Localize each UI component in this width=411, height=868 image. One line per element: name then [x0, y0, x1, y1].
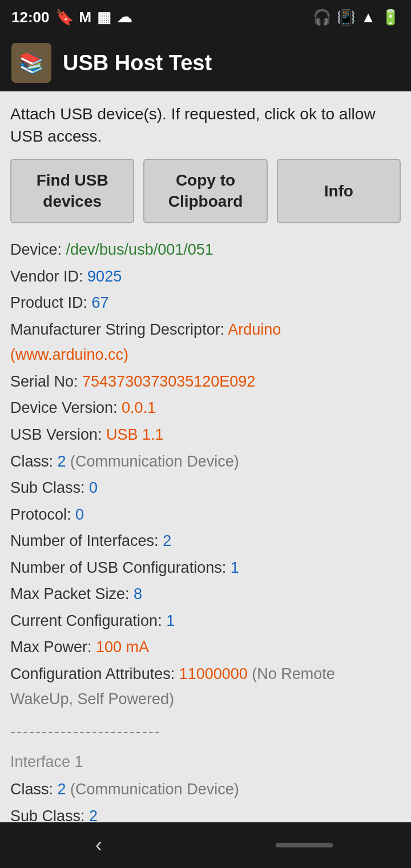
vendor-id-line: Vendor ID: 9025 [10, 264, 401, 290]
iface1-class: 2 [58, 781, 66, 798]
app-icon-emoji: 📚 [19, 51, 45, 75]
battery-icon: 🔋 [381, 9, 400, 26]
iface1-class-label: (Communication Device) [66, 781, 239, 798]
serial-line: Serial No: 7543730373035120E092 [10, 369, 401, 395]
protocol-val: 0 [75, 506, 84, 523]
iface1-class-line: Class: 2 (Communication Device) [10, 777, 401, 802]
copy-clipboard-button[interactable]: Copy toClipboard [143, 159, 267, 223]
current-config: 1 [166, 612, 175, 629]
headphone-icon: 🎧 [313, 9, 331, 26]
num-interfaces-line: Number of Interfaces: 2 [10, 528, 401, 554]
device-version: 0.0.1 [122, 399, 156, 416]
sub-class-line: Sub Class: 0 [10, 475, 401, 501]
device-path: /dev/bus/usb/001/051 [66, 241, 213, 258]
bottom-nav: ‹ [0, 822, 411, 868]
serial-no: 7543730373035120E092 [82, 373, 255, 390]
class-val: 2 [58, 453, 66, 470]
manufacturer-line: Manufacturer String Descriptor: Arduino … [10, 317, 401, 368]
instruction-text: Attach USB device(s). If requested, clic… [10, 103, 401, 147]
calendar-icon: ▦ [97, 9, 111, 26]
protocol-line: Protocol: 0 [10, 502, 401, 528]
config-attribs: 11000000 [179, 665, 248, 682]
product-id: 67 [92, 294, 109, 311]
usb-version: USB 1.1 [106, 426, 164, 443]
separator1: ------------------------ [10, 719, 401, 745]
app-icon: 📚 [11, 43, 51, 83]
sub-class: 0 [89, 479, 98, 496]
num-configs: 1 [231, 559, 239, 576]
button-row: Find USBdevices Copy toClipboard Info [10, 159, 401, 223]
app-header: 📚 USB Host Test [0, 34, 411, 91]
device-line: Device: /dev/bus/usb/001/051 [10, 237, 401, 263]
time-display: 12:00 [11, 9, 50, 26]
app-title: USB Host Test [63, 51, 212, 75]
home-indicator[interactable] [276, 843, 333, 847]
info-button[interactable]: Info [277, 159, 401, 223]
vendor-id: 9025 [87, 268, 122, 285]
back-button[interactable]: ‹ [78, 827, 119, 863]
class-line: Class: 2 (Communication Device) [10, 449, 401, 475]
class-label: (Communication Device) [66, 453, 239, 470]
current-config-line: Current Configuration: 1 [10, 608, 401, 634]
num-configs-line: Number of USB Configurations: 1 [10, 555, 401, 581]
wifi-icon: ▲ [361, 9, 376, 26]
device-info-section: Device: /dev/bus/usb/001/051 Vendor ID: … [10, 237, 401, 868]
device-version-line: Device Version: 0.0.1 [10, 395, 401, 421]
vibrate-icon: 📳 [337, 9, 355, 26]
status-bar: 12:00 🔖 M ▦ ☁ 🎧 📳 ▲ 🔋 [0, 0, 411, 34]
find-usb-button[interactable]: Find USBdevices [10, 159, 134, 223]
max-packet-line: Max Packet Size: 8 [10, 581, 401, 607]
mail-icon: M [79, 9, 92, 26]
max-power: 100 mA [96, 638, 149, 656]
status-right: 🎧 📳 ▲ 🔋 [313, 9, 400, 26]
config-attribs-line: Configuration Attributes: 11000000 (No R… [10, 661, 401, 712]
cloud-icon: ☁ [117, 9, 132, 26]
max-packet: 8 [134, 585, 142, 602]
interface1-header: Interface 1 [10, 749, 401, 775]
num-interfaces: 2 [163, 532, 171, 549]
bookmark-icon: 🔖 [55, 9, 74, 26]
status-left: 12:00 🔖 M ▦ ☁ [11, 9, 132, 26]
main-content: Attach USB device(s). If requested, clic… [0, 91, 411, 868]
usb-version-line: USB Version: USB 1.1 [10, 422, 401, 448]
max-power-line: Max Power: 100 mA [10, 634, 401, 660]
product-id-line: Product ID: 67 [10, 290, 401, 316]
